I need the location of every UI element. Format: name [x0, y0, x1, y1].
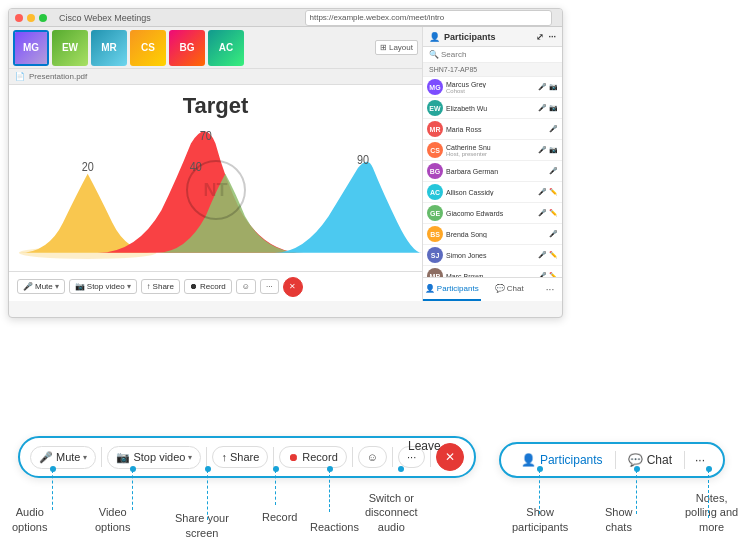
participant-item: MB Marc Brown 🎤 ✏️ — [423, 266, 562, 277]
browser-content: MG EW MR CS BG AC ⊞ Layout 📄 Presentatio… — [9, 27, 562, 301]
presentation-area: 📄 Presentation.pdf Target 20 — [9, 69, 422, 271]
mute-enlarged-chevron: ▾ — [83, 453, 87, 462]
thumb-5[interactable]: BG — [169, 30, 205, 66]
divider-4 — [352, 447, 353, 467]
close-dot[interactable] — [15, 14, 23, 22]
camera-stop-icon: 📷 — [116, 451, 130, 464]
people-tab-icon: 👤 — [425, 284, 435, 293]
participant-item: GE Giacomo Edwards 🎤 ✏️ — [423, 203, 562, 224]
record-dot — [273, 466, 279, 472]
participant-item: SJ Simon Jones 🎤 ✏️ — [423, 245, 562, 266]
thumb-4[interactable]: CS — [130, 30, 166, 66]
switch-disconnect-label: Switch ordisconnectaudio — [365, 491, 418, 534]
record-enlarged-icon: ⏺ — [288, 451, 299, 463]
avatar: BS — [427, 226, 443, 242]
avatar: BG — [427, 163, 443, 179]
toolbar-left: 🎤 Mute ▾ 📷 Stop video ▾ ↑ Share ⏺ — [17, 277, 303, 297]
participant-item: EW Elizabeth Wu 🎤 📷 — [423, 98, 562, 119]
reactions-line-v — [329, 470, 330, 512]
maximize-dot[interactable] — [39, 14, 47, 22]
stop-video-button[interactable]: 📷 Stop video ▾ — [69, 279, 137, 294]
thumbnail-strip: MG EW MR CS BG AC ⊞ Layout — [9, 27, 422, 69]
show-participants-label: Showparticipants — [512, 505, 568, 534]
browser-window: Cisco Webex Meetings https://example.web… — [8, 8, 563, 318]
avatar: CS — [427, 142, 443, 158]
layout-grid-icon: ⊞ — [380, 43, 387, 52]
mic-icon: 🎤 — [23, 282, 33, 291]
panel-footer-tabs: 👤 Participants 💬 Chat ··· — [423, 277, 562, 301]
record-button[interactable]: ⏺ Record — [184, 279, 232, 294]
nt-watermark: NT — [186, 160, 246, 220]
divider-5 — [392, 447, 393, 467]
panel-tab-divider2 — [684, 451, 685, 469]
show-participants-dot — [537, 466, 543, 472]
notes-line-v — [708, 470, 709, 518]
show-chats-label: Showchats — [605, 505, 633, 534]
minimize-dot[interactable] — [27, 14, 35, 22]
video-enlarged-chevron: ▾ — [188, 453, 192, 462]
camera-icon: 📷 — [75, 282, 85, 291]
presentation-content: Target 20 70 — [9, 85, 422, 271]
reactions-enlarged-button[interactable]: ☺ — [358, 446, 387, 468]
video-dot — [130, 466, 136, 472]
panel-more-icon[interactable]: ··· — [548, 32, 556, 42]
record-enlarged-button[interactable]: ⏺ Record — [279, 446, 346, 468]
share-line-v — [207, 470, 208, 520]
svg-text:70: 70 — [200, 128, 212, 143]
share-screen-label: Share yourscreen — [175, 511, 229, 540]
leave-icon: ✕ — [289, 282, 296, 291]
avatar: AC — [427, 184, 443, 200]
svg-text:20: 20 — [82, 159, 94, 174]
mute-enlarged-button[interactable]: 🎤 Mute ▾ — [30, 446, 96, 469]
file-icon: 📄 — [15, 72, 25, 81]
enlarged-panel-tabs: 👤 Participants 💬 Chat ··· — [499, 442, 725, 478]
participants-panel: 👤 Participants ⤢ ··· 🔍 SHN7-17-AP85 MG M… — [422, 27, 562, 301]
reactions-dot — [327, 466, 333, 472]
share-icon: ↑ — [147, 282, 151, 291]
emoji-icon: ☺ — [242, 282, 250, 291]
audio-line-v — [52, 470, 53, 510]
participants-panel-tab[interactable]: 👤 Participants — [513, 449, 611, 471]
participants-tab[interactable]: 👤 Participants — [423, 278, 481, 301]
record-icon: ⏺ — [190, 282, 198, 291]
stop-video-enlarged-button[interactable]: 📷 Stop video ▾ — [107, 446, 201, 469]
chat-tab[interactable]: 💬 Chat — [481, 278, 539, 301]
notes-polling-label: Notes,polling andmore — [685, 491, 738, 534]
thumb-6[interactable]: AC — [208, 30, 244, 66]
chat-panel-icon: 💬 — [628, 453, 643, 467]
more-tab[interactable]: ··· — [538, 284, 562, 295]
panel-tab-divider — [615, 451, 616, 469]
reactions-button[interactable]: ☺ — [236, 279, 256, 294]
thumb-3[interactable]: MR — [91, 30, 127, 66]
show-chats-line-v — [636, 470, 637, 514]
share-enlarged-button[interactable]: ↑ Share — [212, 446, 268, 468]
browser-titlebar: Cisco Webex Meetings https://example.web… — [9, 9, 562, 27]
avatar: MG — [427, 79, 443, 95]
participant-item: BG Barbara German 🎤 — [423, 161, 562, 182]
panel-expand-icon[interactable]: ⤢ — [536, 32, 544, 42]
participant-item: BS Brenda Song 🎤 — [423, 224, 562, 245]
panel-header: 👤 Participants ⤢ ··· — [423, 27, 562, 47]
more-button[interactable]: ··· — [260, 279, 279, 294]
layout-button[interactable]: ⊞ Layout — [375, 40, 418, 55]
url-text: https://example.webex.com/meet/intro — [310, 13, 445, 22]
svg-text:90: 90 — [357, 152, 369, 167]
emoji-enlarged-icon: ☺ — [367, 451, 378, 463]
panel-people-icon: 👤 — [429, 32, 440, 42]
avatar: MB — [427, 268, 443, 277]
notes-dot — [706, 466, 712, 472]
leave-button[interactable]: ✕ — [283, 277, 303, 297]
presentation-header: 📄 Presentation.pdf — [9, 69, 422, 85]
mute-chevron: ▾ — [55, 282, 59, 291]
presentation-filename: Presentation.pdf — [29, 72, 87, 81]
show-chats-dot — [634, 466, 640, 472]
thumb-2[interactable]: EW — [52, 30, 88, 66]
mute-button[interactable]: 🎤 Mute ▾ — [17, 279, 65, 294]
chat-panel-tab[interactable]: 💬 Chat — [620, 449, 680, 471]
divider-1 — [101, 447, 102, 467]
url-bar[interactable]: https://example.webex.com/meet/intro — [305, 10, 553, 26]
thumb-1[interactable]: MG — [13, 30, 49, 66]
share-button[interactable]: ↑ Share — [141, 279, 180, 294]
search-input[interactable] — [441, 50, 556, 59]
participant-item: CS Catherine Snu Host, presenter 🎤 📷 — [423, 140, 562, 161]
